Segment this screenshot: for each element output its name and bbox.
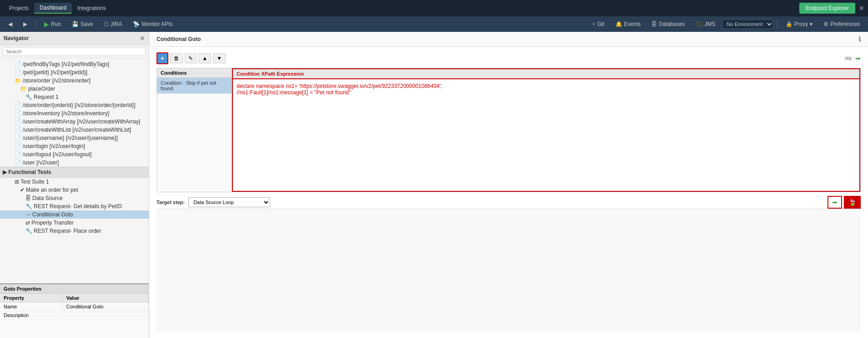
projects-tab[interactable]: Projects [4, 3, 34, 13]
preferences-button[interactable]: ⚙ Preferences [819, 19, 864, 29]
add-condition-button[interactable]: + [156, 52, 168, 64]
tree-item-test-case[interactable]: ✔ Make an order for pet [0, 186, 149, 194]
tree-item-petId[interactable]: 📄 /pet/{petId} [/v2/pet/{petId}] [0, 68, 149, 77]
proxy-label: Proxy [794, 21, 808, 27]
property-desc-value[interactable] [62, 311, 149, 320]
xpath-line1: declare namespace ns1= 'https://petstore… [237, 83, 442, 89]
ns-area: ns: ➡ [845, 55, 861, 62]
tree-item-login[interactable]: 📄 /user/login [/v2/user/login] [0, 142, 149, 150]
conditions-list: Conditions Condition : Skip if pet not f… [157, 68, 232, 192]
file-icon: 📄 [15, 151, 21, 158]
goto-arrow-button[interactable]: ➡ [828, 196, 842, 209]
page-title: Conditional Goto [156, 36, 201, 42]
monitor-apis-button[interactable]: 📡 Monitor APIs [128, 19, 177, 29]
condition-item-skip[interactable]: Condition : Skip if pet not found [157, 78, 232, 94]
dashboard-tab[interactable]: Dashboard [34, 3, 72, 14]
empty-bottom-area [156, 209, 861, 333]
tree-item-store-orderId[interactable]: 📄 /store/order/{orderId} [/v2/store/orde… [0, 101, 149, 109]
jira-button[interactable]: ⬡ JIRA [99, 19, 126, 29]
delete-condition-button[interactable]: 🗑 [170, 53, 183, 63]
git-button[interactable]: ⑂ Git [588, 19, 609, 29]
integrations-tab[interactable]: Integrations [72, 3, 111, 13]
toolbar-right: ⑂ Git 🔔 Events 🗄 Databases ⬛ JMS No Envi… [588, 19, 864, 29]
tree-item-logout[interactable]: 📄 /user/logout [/v2/user/logout] [0, 150, 149, 159]
file-icon: 📄 [15, 143, 21, 149]
tree-item-conditional-goto[interactable]: → Conditional Goto [0, 210, 149, 219]
xpath-header: Condition XPath Expression [232, 68, 860, 79]
file-icon: 📄 [15, 118, 21, 125]
proxy-button[interactable]: 🔒 Proxy ▾ [781, 19, 818, 29]
rest-icon2: 🔧 [25, 228, 32, 234]
tree-item-placeOrder[interactable]: 📁 placeOrder [0, 85, 149, 93]
tree-item-rest-place[interactable]: 🔧 REST Request- Place order [0, 227, 149, 235]
file-icon: 📄 [15, 61, 21, 67]
section-collapse-icon: ▶ [3, 169, 8, 175]
sidebar-title: Navigator [4, 35, 29, 41]
col-value: Value [62, 294, 149, 302]
top-bar: Projects Dashboard Integrations Endpoint… [0, 0, 868, 16]
tree-item-property-transfer[interactable]: ⇄ Property Transfer [0, 219, 149, 227]
separator [35, 20, 36, 29]
tree-item-createWithArray[interactable]: 📄 /user/createWithArray [/v2/user/create… [0, 118, 149, 126]
preferences-label: Preferences [830, 21, 860, 27]
db-icon: 🗄 [651, 21, 657, 27]
jira-icon: ⬡ [104, 21, 108, 27]
condition-editor: + 🗑 ✎ ▲ ▼ ns: ➡ Conditions Condition : S… [156, 52, 861, 333]
tree-item-user[interactable]: 📄 /user [/v2/user] [0, 159, 149, 167]
search-input[interactable] [3, 47, 146, 56]
tree-item-findByTags[interactable]: 📄 /pet/findByTags [/v2/pet/findByTags] [0, 60, 149, 68]
content-header: Conditional Goto ℹ [149, 32, 868, 47]
col-property: Property [0, 294, 62, 302]
jms-label: JMS [705, 21, 716, 27]
endpoint-explorer-button[interactable]: Endpoint Explorer [799, 3, 855, 14]
sidebar-tree: 📄 /pet/findByTags [/v2/pet/findByTags] 📄… [0, 58, 149, 283]
save-button[interactable]: 💾 Save [67, 19, 97, 29]
property-desc-label: Description [0, 311, 62, 320]
tree-item-datasource[interactable]: 🗄 Data Source [0, 194, 149, 202]
file-icon: 📄 [15, 102, 21, 108]
datasource-icon: 🗄 [25, 195, 31, 201]
xpath-content[interactable]: declare namespace ns1= 'https://petstore… [232, 79, 860, 192]
events-button[interactable]: 🔔 Events [611, 19, 646, 29]
move-up-button[interactable]: ▲ [198, 53, 211, 63]
events-label: Events [624, 21, 641, 27]
monitor-label: Monitor APIs [141, 21, 172, 27]
ns-arrow-icon[interactable]: ➡ [855, 55, 861, 62]
proxy-dropdown-icon: ▾ [810, 21, 812, 27]
sidebar: Navigator ✕ 📄 /pet/findByTags [/v2/pet/f… [0, 32, 149, 338]
git-icon: ⑂ [592, 21, 595, 27]
window-close-icon[interactable]: ✕ [859, 5, 864, 12]
property-name-value[interactable]: Conditional Goto [62, 302, 149, 311]
edit-condition-button[interactable]: ✎ [185, 53, 197, 63]
tree-item-test-suite[interactable]: ⊞ Test Suite 1 [0, 178, 149, 186]
tree-item-store-order[interactable]: 📁 /store/order [/v2/store/order] [0, 77, 149, 85]
xpath-area: Condition XPath Expression declare names… [232, 68, 860, 192]
jms-button[interactable]: ⬛ JMS [691, 19, 720, 29]
tree-item-createWithList[interactable]: 📄 /user/createWithList [/v2/user/createW… [0, 126, 149, 134]
property-name-label: Name [0, 302, 62, 311]
conditions-list-header: Conditions [157, 68, 232, 78]
content-area: Conditional Goto ℹ + 🗑 ✎ ▲ ▼ ns: ➡ [149, 32, 868, 338]
functional-tests-header: ▶ Functional Tests [0, 167, 149, 178]
tree-item-username[interactable]: 📄 /user/{username} [/v2/user/{username}] [0, 134, 149, 142]
main-layout: Navigator ✕ 📄 /pet/findByTags [/v2/pet/f… [0, 32, 868, 338]
run-button[interactable]: ▶ Run [40, 19, 66, 30]
sidebar-close-button[interactable]: ✕ [140, 35, 145, 42]
goto-red-button[interactable]: 🍃 [844, 196, 861, 209]
target-step-select[interactable]: Data Source LoopStep 1Step 2 [188, 197, 270, 207]
info-icon[interactable]: ℹ [858, 36, 861, 43]
nav-forward-button[interactable]: ▶ [19, 19, 32, 29]
tree-item-inventory[interactable]: 📄 /store/inventory [/v2/store/inventory] [0, 109, 149, 118]
databases-button[interactable]: 🗄 Databases [647, 19, 689, 29]
move-down-button[interactable]: ▼ [213, 53, 226, 63]
tree-item-rest-get[interactable]: 🔧 REST Request- Get details by PetID [0, 202, 149, 210]
rest-icon: 🔧 [25, 203, 32, 210]
file-icon: 📄 [15, 110, 21, 117]
gear-icon: ⚙ [823, 21, 828, 27]
nav-back-button[interactable]: ◀ [4, 19, 17, 29]
main-toolbar: ◀ ▶ ▶ Run 💾 Save ⬡ JIRA 📡 Monitor APIs ⑂… [0, 16, 868, 32]
sidebar-header: Navigator ✕ [0, 32, 149, 45]
tree-item-request1[interactable]: 🔧 Request 1 [0, 93, 149, 101]
environment-select[interactable]: No Environment [722, 19, 773, 29]
bell-icon: 🔔 [616, 21, 622, 27]
